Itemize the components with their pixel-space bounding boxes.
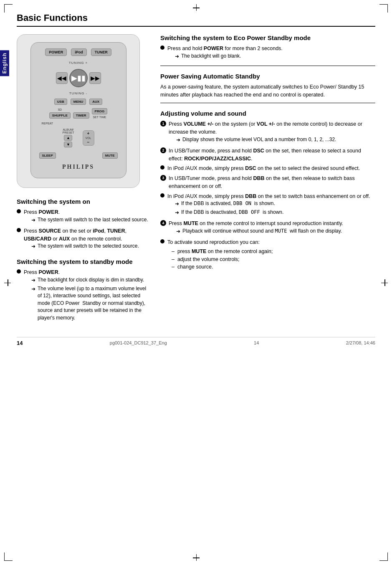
- shuffle-stack: SD SHUFFLE: [49, 108, 71, 119]
- arrow-icon: ➜: [31, 243, 35, 250]
- usb-button[interactable]: USB: [54, 99, 67, 105]
- set-time-label: SET TIME: [93, 116, 106, 119]
- menu-button[interactable]: MENU: [71, 99, 86, 105]
- volume-text-3: In USB/Tuner mode, press and hold DBB on…: [169, 175, 375, 190]
- dbb-sub-text-2: If the DBB is deactivated, DBB OFF is sh…: [181, 209, 283, 216]
- prog-button[interactable]: PROG: [92, 108, 108, 114]
- vol-plus-button[interactable]: +: [87, 132, 90, 136]
- tuning-down-label: TUNING -: [69, 91, 88, 95]
- switching-standby-heading: Switching the system to standby mode: [17, 258, 150, 265]
- next-button[interactable]: ▶▶: [89, 72, 101, 84]
- page-title: Basic Functions: [17, 13, 375, 27]
- section-divider-2: [160, 103, 375, 103]
- eco-power-sub-text-1: The backlight will go blank.: [181, 53, 241, 60]
- crosshair-left: [4, 279, 11, 286]
- album-vol-row: ALBUM/PRESET ▲ ▼ + VOL −: [36, 128, 121, 147]
- volume-item-3: 3 In USB/Tuner mode, press and hold DBB …: [160, 175, 375, 190]
- aux-button[interactable]: AUX: [89, 99, 102, 105]
- switching-on-sub-2: ➜ The system will switch to the selected…: [31, 243, 150, 250]
- volume-item-activate: To activate sound reproduction you can: …: [160, 238, 375, 271]
- arrow-icon: ➜: [31, 276, 35, 284]
- activate-sub-1: – press MUTE on the remote control again…: [172, 248, 273, 256]
- volume-item-ipod-dbb: In iPod /AUX mode, simply press DBB on t…: [160, 193, 375, 218]
- bullet-circle: [160, 165, 164, 170]
- volume-text-ipod-dbb: In iPod /AUX mode, simply press DBB on t…: [167, 193, 370, 218]
- mute-button[interactable]: MUTE: [102, 152, 118, 159]
- prev-button[interactable]: ◀◀: [56, 72, 68, 84]
- vol-label: VOL: [86, 137, 91, 139]
- language-tab: English: [0, 50, 9, 76]
- album-preset-label: ALBUM/PRESET: [62, 128, 74, 134]
- standby-sub-2: ➜ The volume level (up to a maximum volu…: [31, 285, 150, 322]
- standby-sub-text-2: The volume level (up to a maximum volume…: [38, 285, 150, 322]
- volume-text-2: In USB/Tuner mode, press and hold DSC on…: [169, 147, 375, 163]
- remote-top-row: POWER iPod TUNER: [45, 48, 111, 56]
- crosshair-right: [381, 279, 388, 286]
- arrow-icon: ➜: [176, 228, 180, 235]
- play-pause-button[interactable]: ▶▮▮: [69, 69, 88, 87]
- volume-item-1: 1 Press VOLUME +/- on the system (or VOL…: [160, 120, 375, 145]
- volume-text-ipod-dsc: In iPod /AUX mode, simply press DSC on t…: [167, 165, 360, 172]
- prog-stack: PROG SET TIME: [92, 108, 108, 119]
- section-switching-on: Switching the system on Press POWER. ➜ T…: [17, 198, 150, 251]
- switching-standby-text-1: Press POWER. ➜ The backlight for clock d…: [24, 269, 150, 323]
- sd-label: SD: [58, 108, 62, 111]
- arrow-icon: ➜: [175, 53, 179, 60]
- volume-item-ipod-dsc: In iPod /AUX mode, simply press DSC on t…: [160, 165, 375, 172]
- album-down-button[interactable]: ▼: [64, 142, 72, 147]
- volume-item-2: 2 In USB/Tuner mode, press and hold DSC …: [160, 147, 375, 163]
- right-column: Switching the system to Eco Power Standb…: [160, 34, 375, 327]
- vol-minus-button[interactable]: −: [87, 140, 90, 144]
- nav-cluster: ◀◀ ▶▮▮ ▶▶: [56, 69, 101, 87]
- volume-item-4: 4 Press MUTE on the remote control to in…: [160, 220, 375, 236]
- volume-text-1: Press VOLUME +/- on the system (or VOL +…: [169, 120, 375, 145]
- dbb-sub-2: ➜ If the DBB is deactivated, DBB OFF is …: [175, 209, 370, 216]
- bullet-circle: [17, 269, 21, 274]
- sleep-button[interactable]: SLEEP: [39, 152, 56, 159]
- switching-standby-item-1: Press POWER. ➜ The backlight for clock d…: [17, 269, 150, 323]
- usb-menu-aux-row: USB MENU AUX: [54, 99, 102, 105]
- switching-on-heading: Switching the system on: [17, 198, 150, 205]
- album-arrows: ▲ ▼: [64, 135, 72, 147]
- power-button[interactable]: POWER: [45, 48, 67, 56]
- standby-sub-text-1: The backlight for clock display is dim i…: [38, 276, 144, 284]
- shuffle-button[interactable]: SHUFFLE: [49, 112, 71, 119]
- ipod-button[interactable]: iPod: [71, 48, 87, 56]
- bullet-number-2: 2: [160, 147, 166, 153]
- bullet-circle: [17, 209, 21, 213]
- bullet-number-4: 4: [160, 220, 166, 226]
- section-power-saving: Power Saving Automatic Standby As a powe…: [160, 73, 375, 99]
- eco-power-heading: Switching the system to Eco Power Standb…: [160, 34, 375, 41]
- switching-on-item-2: Press SOURCE on the set or iPod, TUNER, …: [17, 227, 150, 252]
- sleep-mute-row: SLEEP MUTE: [36, 152, 121, 159]
- bullet-circle: [160, 239, 164, 243]
- eco-power-sub-1: ➜ The backlight will go blank.: [175, 53, 283, 60]
- remote-control-image: POWER iPod TUNER TUNING + ◀◀ ▶▮▮ ▶▶: [17, 34, 140, 188]
- corner-mark-tl: [4, 4, 13, 13]
- arrow-icon: ➜: [175, 200, 179, 208]
- eco-power-text-1: Press and hold POWER for more than 2 sec…: [167, 45, 283, 61]
- power-saving-body: As a power-saving feature, the system au…: [160, 83, 375, 99]
- dbb-sub-1: ➜ If the DBB is activated, DBB ON is sho…: [175, 200, 370, 208]
- volume-sub-text-1: Display shows the volume level VOL and a…: [182, 136, 336, 143]
- eco-power-item-1: Press and hold POWER for more than 2 sec…: [160, 45, 375, 61]
- album-up-button[interactable]: ▲: [64, 135, 72, 141]
- page-number-left: 14: [17, 340, 23, 346]
- tuner-button[interactable]: TUNER: [91, 48, 111, 56]
- crosshair-top: [193, 4, 200, 11]
- timer-button[interactable]: TIMER: [73, 112, 89, 119]
- switching-on-sub-1: ➜ The system will switch to the last sel…: [31, 216, 148, 224]
- corner-mark-br: [379, 552, 388, 561]
- mute-sub-1: ➜ Playback will continue without sound a…: [176, 228, 343, 235]
- arrow-icon: ➜: [175, 209, 179, 216]
- philips-logo: PHILIPS: [62, 164, 94, 170]
- bullet-circle: [160, 193, 164, 198]
- album-preset-cluster: ALBUM/PRESET ▲ ▼: [62, 128, 74, 147]
- arrow-icon: ➜: [31, 216, 35, 224]
- footer-filename: pg001-024_DC912_37_Eng: [110, 340, 167, 345]
- switching-on-sub-text-1: The system will switch to the last selec…: [38, 216, 148, 223]
- bullet-number-3: 3: [160, 175, 166, 181]
- section-switching-standby: Switching the system to standby mode Pre…: [17, 258, 150, 323]
- play-pause-icon: ▶▮▮: [71, 73, 86, 83]
- adjusting-volume-heading: Adjusting volume and sound: [160, 110, 375, 117]
